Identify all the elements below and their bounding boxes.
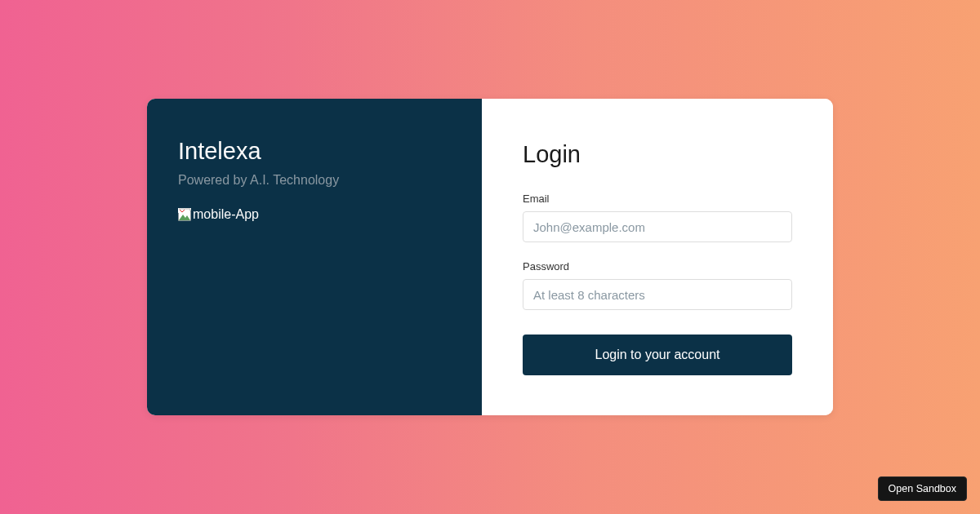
login-panel: Login Email Password Login to your accou… bbox=[482, 99, 833, 415]
password-label: Password bbox=[523, 260, 792, 273]
email-field[interactable] bbox=[523, 211, 792, 242]
open-sandbox-button[interactable]: Open Sandbox bbox=[878, 476, 967, 501]
brand-panel: Intelexa Powered by A.I. Technology mobi… bbox=[147, 99, 482, 415]
mobile-app-image: mobile-App bbox=[178, 207, 451, 222]
email-label: Email bbox=[523, 193, 792, 205]
password-group: Password bbox=[523, 260, 792, 310]
broken-image-icon bbox=[178, 208, 191, 221]
login-button[interactable]: Login to your account bbox=[523, 335, 792, 375]
email-group: Email bbox=[523, 193, 792, 242]
login-card: Intelexa Powered by A.I. Technology mobi… bbox=[147, 99, 833, 415]
brand-tagline: Powered by A.I. Technology bbox=[178, 173, 451, 188]
login-heading: Login bbox=[523, 141, 792, 168]
brand-title: Intelexa bbox=[178, 138, 451, 165]
broken-image-alt-text: mobile-App bbox=[193, 207, 259, 222]
password-field[interactable] bbox=[523, 279, 792, 310]
